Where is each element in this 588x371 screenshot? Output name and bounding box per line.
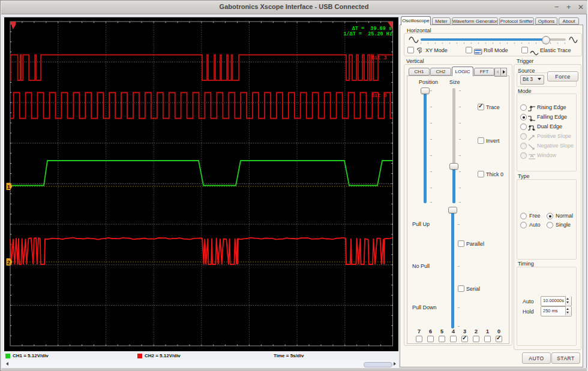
svg-text:2: 2: [7, 260, 10, 266]
svg-text:1: 1: [7, 184, 10, 190]
svg-text:Bit 0: Bit 0: [371, 93, 387, 99]
svg-text:Bit 3: Bit 3: [371, 55, 387, 61]
svg-text:1/ΔT = 25.20 Hz: 1/ΔT = 25.20 Hz: [343, 31, 392, 37]
